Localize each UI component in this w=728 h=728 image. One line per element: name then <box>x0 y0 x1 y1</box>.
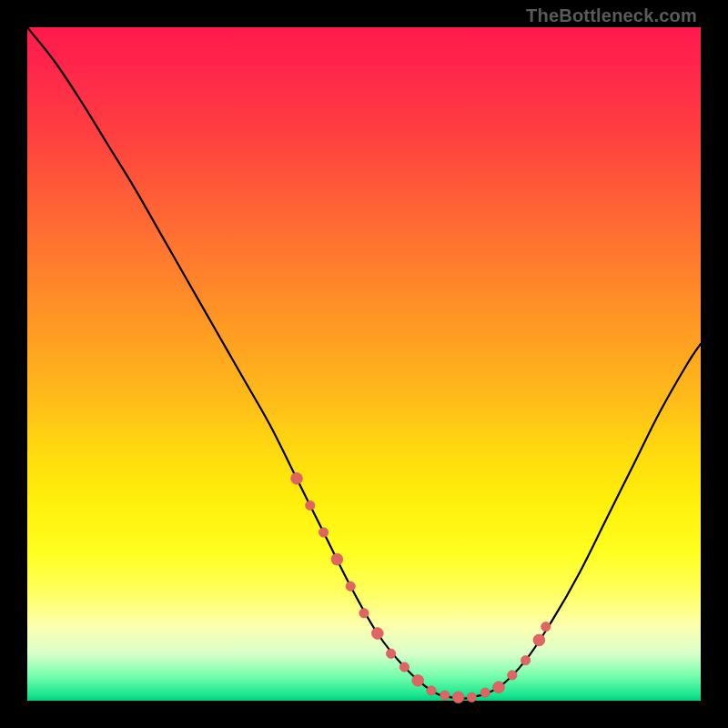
highlight-dot <box>440 691 450 700</box>
highlight-dot <box>346 581 355 591</box>
bottleneck-curve <box>27 27 701 699</box>
highlight-dot <box>371 628 383 640</box>
highlight-dot <box>452 692 464 703</box>
highlight-dots-group <box>291 472 551 703</box>
highlight-dot <box>427 686 436 695</box>
chart-svg <box>27 27 701 701</box>
highlight-dot <box>493 682 505 693</box>
highlight-dot <box>306 500 315 510</box>
highlight-dot <box>291 472 303 484</box>
highlight-dot <box>508 671 517 680</box>
highlight-dot <box>467 693 476 702</box>
highlight-dot <box>386 649 395 658</box>
highlight-dot <box>318 528 328 537</box>
highlight-dot <box>399 662 409 672</box>
highlight-dot <box>541 622 551 631</box>
chart-frame: TheBottleneck.com <box>0 0 728 728</box>
highlight-dot <box>521 655 530 664</box>
highlight-dot <box>480 688 490 697</box>
highlight-dot <box>412 674 424 686</box>
highlight-dot <box>331 553 343 565</box>
highlight-dot <box>533 634 545 646</box>
watermark-text: TheBottleneck.com <box>526 5 697 26</box>
plot-area <box>27 27 701 701</box>
highlight-dot <box>359 609 369 618</box>
